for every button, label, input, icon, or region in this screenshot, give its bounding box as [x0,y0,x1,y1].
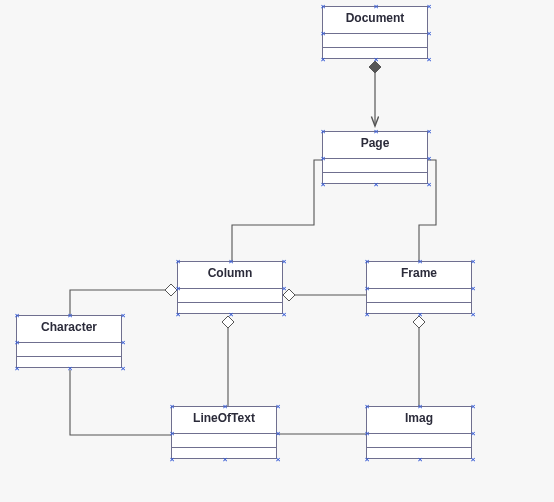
svg-marker-5 [283,289,295,301]
class-page-ops [323,173,427,183]
class-column-name: Column [178,262,282,289]
svg-marker-8 [165,284,177,296]
class-column-attrs [178,289,282,303]
class-character-name: Character [17,316,121,343]
svg-marker-10 [413,316,425,328]
edge-page-column [232,154,335,261]
edge-column-character [70,284,177,315]
class-document-ops [323,48,427,58]
class-character[interactable]: Character ×××××××× [16,315,122,368]
edge-column-frame [283,289,366,301]
class-frame-name: Frame [367,262,471,289]
class-page-name: Page [323,132,427,159]
class-lineoftext-name: LineOfText [172,407,276,434]
class-imag-ops [367,448,471,458]
edge-document-page [369,61,381,126]
class-page[interactable]: Page ×××××××× [322,131,428,184]
edge-frame-imag [413,316,425,406]
class-lineoftext[interactable]: LineOfText ×××××××× [171,406,277,459]
edge-column-lineoftext [222,316,234,406]
class-character-attrs [17,343,121,357]
class-document[interactable]: Document ×××××××× [322,6,428,59]
class-document-attrs [323,34,427,48]
diagram-canvas[interactable]: Document ×××××××× Page ×××××××× Column ×… [0,0,554,502]
class-column-ops [178,303,282,313]
class-frame-attrs [367,289,471,303]
class-lineoftext-attrs [172,434,276,448]
svg-marker-1 [369,61,381,73]
class-lineoftext-ops [172,448,276,458]
class-imag-attrs [367,434,471,448]
class-frame[interactable]: Frame ×××××××× [366,261,472,314]
class-column[interactable]: Column ×××××××× [177,261,283,314]
class-document-name: Document [323,7,427,34]
class-character-ops [17,357,121,367]
edge-character-lineoftext [70,370,171,435]
svg-marker-7 [222,316,234,328]
class-page-attrs [323,159,427,173]
class-imag-name: Imag [367,407,471,434]
class-frame-ops [367,303,471,313]
class-imag[interactable]: Imag ×××××××× [366,406,472,459]
